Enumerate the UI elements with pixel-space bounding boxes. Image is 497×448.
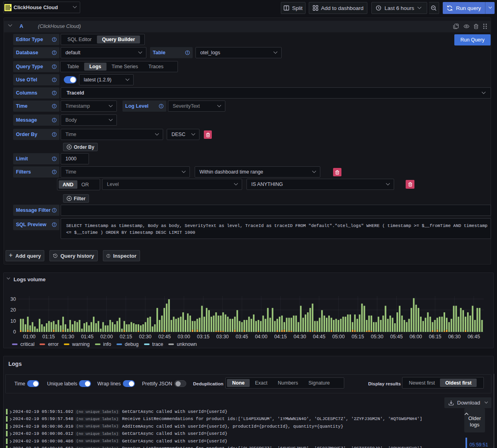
svg-text:02:30: 02:30 — [139, 334, 151, 339]
svg-text:04:00: 04:00 — [255, 334, 267, 339]
svg-text:03:15: 03:15 — [197, 334, 209, 339]
svg-text:03:45: 03:45 — [236, 334, 248, 339]
svg-text:0: 0 — [13, 329, 16, 335]
svg-text:06:45: 06:45 — [467, 334, 480, 339]
svg-text:06:00: 06:00 — [410, 334, 422, 339]
svg-text:05:30: 05:30 — [371, 334, 383, 339]
svg-text:01:15: 01:15 — [42, 334, 55, 339]
svg-text:04:30: 04:30 — [294, 334, 306, 339]
svg-text:06:15: 06:15 — [429, 334, 441, 339]
svg-text:05:45: 05:45 — [390, 334, 402, 339]
svg-text:02:45: 02:45 — [158, 334, 171, 339]
svg-text:30: 30 — [10, 296, 16, 302]
svg-text:03:00: 03:00 — [178, 334, 190, 339]
svg-text:04:45: 04:45 — [313, 334, 325, 339]
svg-text:01:30: 01:30 — [62, 334, 74, 339]
svg-text:01:45: 01:45 — [81, 334, 93, 339]
svg-text:06:30: 06:30 — [448, 334, 461, 339]
svg-text:02:15: 02:15 — [120, 334, 132, 339]
svg-text:02:00: 02:00 — [101, 334, 113, 339]
svg-text:20: 20 — [10, 307, 16, 313]
svg-text:03:30: 03:30 — [216, 334, 229, 339]
svg-text:05:00: 05:00 — [332, 334, 345, 339]
svg-text:05:15: 05:15 — [351, 334, 364, 339]
svg-text:10: 10 — [10, 318, 16, 324]
svg-text:04:15: 04:15 — [274, 334, 287, 339]
svg-text:01:00: 01:00 — [23, 334, 36, 339]
